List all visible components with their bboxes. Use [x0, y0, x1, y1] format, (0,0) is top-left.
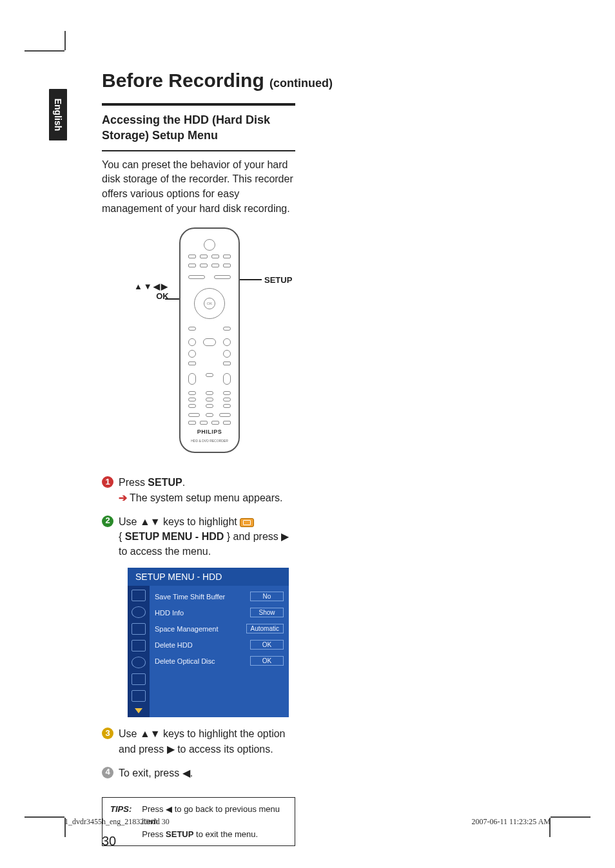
ok-label: OK [134, 291, 169, 301]
remote-button-icon [223, 391, 231, 395]
remote-button-icon [211, 421, 219, 425]
remote-sub-label: HDD & DVD RECORDER [181, 439, 239, 443]
remote-brand-label: PHILIPS [181, 429, 239, 435]
left-arrow-icon: ◀ [166, 804, 172, 814]
osd-icon [132, 590, 146, 601]
osd-row-value: No [250, 592, 284, 601]
osd-row-label: Save Time Shift Buffer [155, 593, 225, 601]
remote-button-icon [188, 264, 196, 267]
remote-button-icon [188, 327, 196, 331]
text: { [119, 531, 125, 542]
remote-button-icon [188, 404, 196, 408]
osd-icon [132, 606, 146, 618]
step-1: 1 Press SETUP. [102, 475, 295, 490]
remote-button-icon [188, 275, 205, 279]
step-3: 3 Use ▲▼ keys to highlight the option an… [102, 726, 295, 756]
step-4: 4 To exit, press ◀. [102, 766, 295, 780]
step-1-result: ➔The system setup menu appears. [119, 490, 295, 505]
remote-setup-button-icon [214, 275, 231, 279]
title-main: Before Recording [102, 70, 269, 91]
remote-button-icon [223, 327, 231, 331]
remote-button-icon [211, 264, 219, 267]
remote-button-icon [206, 373, 213, 377]
remote-button-icon [223, 350, 231, 358]
osd-row-value: Automatic [246, 624, 284, 633]
title-sub: (continued) [269, 77, 333, 90]
up-down-arrows-icon: ▲▼ [140, 516, 161, 527]
osd-icon [132, 690, 146, 702]
remote-button-icon [223, 421, 231, 425]
setup-key-label: SETUP [166, 829, 193, 839]
osd-row-value: OK [250, 656, 284, 666]
text: to access the menu. [119, 546, 211, 557]
section-heading: Accessing the HDD (Hard Disk Storage) Se… [102, 112, 295, 144]
remote-button-icon [200, 264, 208, 267]
page-number: 30 [102, 834, 116, 849]
remote-button-icon [206, 398, 213, 401]
intro-paragraph: You can preset the behavior of your hard… [102, 158, 295, 217]
page-title: Before Recording (continued) [102, 70, 551, 92]
osd-setup-menu: SETUP MENU - HDD Save Time Shift Buffer … [128, 568, 289, 717]
text: } and press [224, 531, 281, 542]
remote-led-icon [204, 239, 215, 251]
osd-icon [132, 623, 146, 635]
remote-button-icon [219, 413, 231, 417]
osd-icon [132, 673, 146, 685]
leader-line [239, 279, 262, 280]
text: Press [142, 829, 166, 839]
print-footer: 1_dvdr3455h_eng_21832.indd 30 2007-06-11… [64, 817, 551, 827]
text: to exit the menu. [193, 829, 258, 839]
result-arrow-icon: ➔ [119, 492, 127, 503]
text: keys to highlight [161, 516, 240, 527]
osd-row: HDD Info Show [153, 604, 285, 621]
up-down-arrows-icon: ▲▼ [140, 728, 161, 739]
osd-row-label: Delete Optical Disc [155, 657, 215, 665]
rule [102, 103, 295, 106]
text: Use [119, 728, 140, 739]
remote-button-icon [188, 398, 196, 401]
osd-row: Delete Optical Disc OK [153, 653, 285, 669]
text: Use [119, 516, 140, 527]
remote-button-icon [211, 255, 219, 258]
remote-button-icon [200, 421, 208, 425]
footer-right: 2007-06-11 11:23:25 AM [472, 817, 551, 827]
text: to access its options. [175, 744, 273, 755]
setup-key-label: SETUP [148, 477, 182, 488]
remote-button-icon [188, 373, 196, 385]
osd-row: Save Time Shift Buffer No [153, 588, 285, 604]
osd-rows: Save Time Shift Buffer No HDD Info Show … [150, 586, 289, 717]
osd-row-value: OK [250, 640, 284, 650]
remote-button-icon [188, 413, 200, 417]
osd-row-label: Space Management [155, 625, 218, 633]
remote-button-icon [223, 398, 231, 401]
remote-button-icon [203, 338, 216, 346]
remote-button-icon [188, 391, 196, 395]
text: . [182, 477, 185, 488]
remote-dpad-icon: OK [194, 288, 225, 319]
remote-button-icon [188, 362, 196, 365]
osd-title: SETUP MENU - HDD [128, 568, 289, 586]
remote-button-icon [206, 413, 213, 417]
left-arrow-icon: ◀ [182, 767, 190, 778]
remote-button-icon [223, 362, 231, 365]
arrows-icon: ▲▼◀▶ [134, 282, 169, 291]
osd-icon [132, 640, 146, 651]
osd-row: Space Management Automatic [153, 621, 285, 637]
osd-row-label: HDD Info [155, 609, 184, 617]
remote-button-icon [223, 264, 231, 267]
remote-button-icon [206, 404, 213, 408]
step-badge-1: 1 [102, 476, 113, 488]
step-2: 2 Use ▲▼ keys to highlight { SETUP MENU … [102, 514, 295, 559]
remote-button-icon [223, 255, 231, 258]
osd-selector-icon [135, 708, 142, 713]
step-badge-2: 2 [102, 516, 113, 527]
footer-left: 1_dvdr3455h_eng_21832.indd 30 [64, 817, 170, 827]
language-tab: English [49, 89, 67, 140]
step-badge-3: 3 [102, 728, 113, 739]
remote-label-setup: SETUP [264, 275, 292, 285]
remote-label-arrows-ok: ▲▼◀▶ OK [134, 282, 169, 301]
text: The system setup menu appears. [130, 492, 282, 503]
hdd-menu-icon [240, 518, 254, 527]
osd-icon [132, 657, 146, 668]
remote-button-icon [188, 350, 196, 358]
